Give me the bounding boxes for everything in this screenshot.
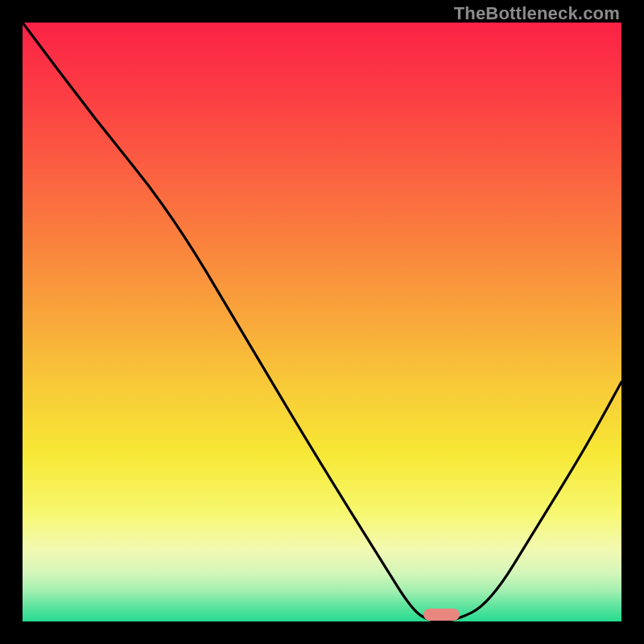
plot-area [23, 23, 621, 621]
optimal-marker [423, 609, 460, 621]
chart-frame: TheBottleneck.com [0, 0, 644, 644]
background-gradient [23, 23, 621, 621]
watermark-text: TheBottleneck.com [454, 3, 620, 24]
